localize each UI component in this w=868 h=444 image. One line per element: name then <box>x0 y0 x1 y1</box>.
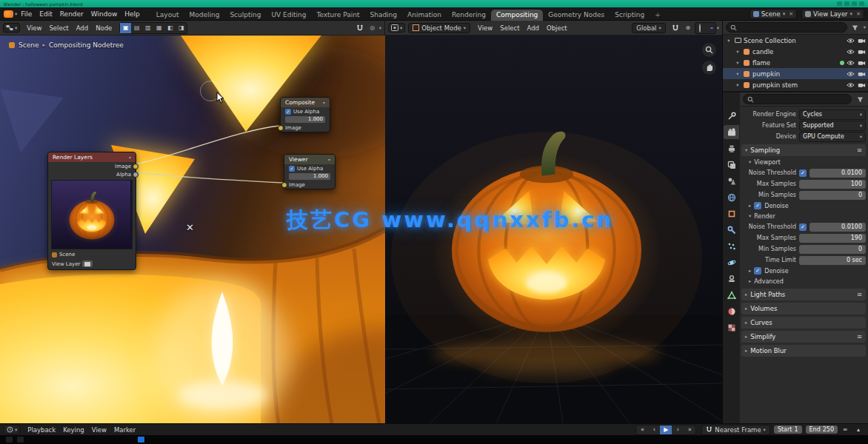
subsection-advanced[interactable]: ▸Advanced <box>741 276 866 286</box>
compositor-menu-select[interactable]: Select <box>45 24 72 33</box>
properties-tab-scene[interactable] <box>724 174 739 188</box>
topbar-menu-help[interactable]: Help <box>121 10 144 18</box>
eye-icon[interactable] <box>847 49 855 55</box>
options-toggle[interactable]: ◨ <box>176 23 187 33</box>
section-motion-blur[interactable]: ▸Motion Blur <box>741 345 866 357</box>
max-samples-field[interactable]: 100 <box>799 180 866 189</box>
unlink-icon[interactable]: ✕ <box>789 11 793 17</box>
proportional-edit-icon[interactable]: ⊕ <box>682 23 694 33</box>
filter-icon[interactable] <box>854 94 866 104</box>
section-sampling[interactable]: ▾Sampling≡ <box>741 144 866 156</box>
jump-to-start-button[interactable]: « <box>636 426 648 434</box>
alpha-output-socket[interactable] <box>133 172 138 178</box>
image-input-socket[interactable] <box>281 182 287 188</box>
noise-threshold-field[interactable]: 0.0100 <box>809 169 866 178</box>
alpha-value-field[interactable]: 1.000 <box>285 116 325 123</box>
properties-tab-object-data[interactable] <box>724 288 739 302</box>
orientation-dropdown[interactable]: Global▾ <box>632 23 665 33</box>
workspace-tab-modeling[interactable]: Modeling <box>184 10 224 21</box>
feature-set-dropdown[interactable]: Supported▾ <box>799 121 866 131</box>
backdrop-toggle[interactable]: ▣ <box>120 23 131 33</box>
viewport-menu-select[interactable]: Select <box>496 24 523 33</box>
expand-caret-icon[interactable]: ▾ <box>735 60 741 66</box>
expand-caret-icon[interactable]: ▾ <box>735 82 741 88</box>
shading-wireframe-button[interactable] <box>698 24 702 33</box>
viewport-menu-object[interactable]: Object <box>543 24 571 33</box>
timeline-menu-view[interactable]: View <box>88 426 110 434</box>
properties-tab-physics[interactable] <box>724 255 739 269</box>
node-overlay-toggle[interactable]: ▤ <box>131 23 142 33</box>
section-simplify[interactable]: ▸Simplify≡ <box>741 331 866 343</box>
properties-tab-view-layer[interactable] <box>724 158 739 172</box>
expand-caret-icon[interactable]: ▾ <box>735 49 741 55</box>
properties-tab-material[interactable] <box>724 304 739 318</box>
render-layer-button[interactable] <box>82 260 93 267</box>
properties-search-input[interactable] <box>756 95 804 104</box>
section-light-paths[interactable]: ▸Light Paths≡ <box>741 289 866 300</box>
frame-end-field[interactable]: End 250 <box>806 426 838 434</box>
mode-dropdown[interactable]: Object Mode ▾ <box>408 23 470 33</box>
camera-visibility-icon[interactable] <box>858 71 866 77</box>
device-dropdown[interactable]: GPU Compute▾ <box>799 132 866 142</box>
shading-rendered-button[interactable] <box>710 27 713 29</box>
snap-toggle[interactable]: ◧ <box>164 23 176 33</box>
frame-start-field[interactable]: Start 1 <box>774 426 802 434</box>
denoise-checkbox[interactable]: ✓ <box>754 267 761 275</box>
noise-threshold-checkbox[interactable]: ✓ <box>799 223 807 231</box>
taskbar-app-icon[interactable] <box>6 437 13 443</box>
subsection-viewport[interactable]: ▾Viewport <box>741 157 866 167</box>
overlays-icon[interactable]: ◎ <box>367 23 378 33</box>
compositor-menu-view[interactable]: View <box>23 24 45 33</box>
properties-tab-object[interactable] <box>724 206 739 221</box>
workspace-tab-rendering[interactable]: Rendering <box>447 10 491 21</box>
render-layers-node[interactable]: Render Layers ▾ Image Alpha Scene View L… <box>47 152 136 270</box>
workspace-tab-scripting[interactable]: Scripting <box>610 10 650 21</box>
workspace-tab-uv-editing[interactable]: UV Editing <box>266 10 311 21</box>
noise-threshold-field[interactable]: 0.0100 <box>809 223 866 232</box>
properties-tab-modifiers[interactable] <box>724 223 739 237</box>
compositor-menu-add[interactable]: Add <box>73 24 92 33</box>
subsection-denoise[interactable]: ▸✓Denoise <box>741 201 866 211</box>
topbar-menu-file[interactable]: File <box>17 10 36 18</box>
subsection-denoise[interactable]: ▸✓Denoise <box>741 266 866 276</box>
viewer-node[interactable]: Viewer ▾ ✓ Use Alpha 1.000 Image <box>284 154 335 189</box>
camera-visibility-icon[interactable] <box>858 38 866 44</box>
outliner-search-input[interactable] <box>739 24 787 32</box>
eye-icon[interactable] <box>847 60 855 66</box>
3d-viewport[interactable] <box>385 36 722 423</box>
properties-tab-constraints[interactable] <box>724 272 739 286</box>
settings-icon[interactable] <box>844 1 849 6</box>
use-alpha-checkbox[interactable]: ✓ <box>285 109 291 115</box>
view-layer-selector[interactable]: View Layer ▾ ✕ <box>801 9 864 19</box>
workspace-tab-sculpting[interactable]: Sculpting <box>224 10 266 21</box>
scene-selector[interactable]: Scene ▾ ✕ <box>750 9 797 19</box>
preset-menu-icon[interactable]: ≡ <box>857 333 862 340</box>
denoise-checkbox[interactable]: ✓ <box>754 202 761 209</box>
next-keyframe-button[interactable]: › <box>672 426 684 434</box>
subsection-render[interactable]: ▾Render <box>741 211 866 221</box>
timeline-menu-marker[interactable]: Marker <box>110 426 139 434</box>
collapse-icon[interactable]: ▾ <box>129 152 131 162</box>
editor-type-dropdown[interactable]: ▾ <box>3 23 20 33</box>
max-samples-field[interactable]: 190 <box>799 234 866 243</box>
camera-visibility-icon[interactable] <box>858 49 866 55</box>
viewport-menu-add[interactable]: Add <box>523 24 542 33</box>
editor-type-dropdown[interactable]: ▾ <box>388 23 405 33</box>
composite-node[interactable]: Composite ▾ ✓ Use Alpha 1.000 Image <box>280 97 330 132</box>
blender-logo-icon[interactable] <box>4 10 13 18</box>
noise-threshold-checkbox[interactable]: ✓ <box>799 169 807 177</box>
workspace-tab-texture-paint[interactable]: Texture Paint <box>311 10 364 21</box>
topbar-menu-render[interactable]: Render <box>56 10 87 18</box>
alpha-value-field[interactable]: 1.000 <box>289 173 330 180</box>
eye-icon[interactable] <box>847 38 855 44</box>
outliner-item-pumpkin[interactable]: ▾pumpkin <box>723 68 868 79</box>
play-button[interactable]: ▶ <box>660 426 672 434</box>
properties-tab-output[interactable] <box>724 141 739 155</box>
outliner-item-scene-collection[interactable]: ▾Scene Collection <box>723 35 868 46</box>
workspace-tab-shading[interactable]: Shading <box>364 10 402 21</box>
outliner-item-pumpkin-stem[interactable]: ▾pumpkin stem <box>723 79 868 90</box>
recorder-icon[interactable] <box>837 1 842 6</box>
collapse-icon[interactable]: ▾ <box>323 98 325 107</box>
workspace-tab-geometry-nodes[interactable]: Geometry Nodes <box>543 10 610 21</box>
camera-visibility-icon[interactable] <box>858 60 866 66</box>
